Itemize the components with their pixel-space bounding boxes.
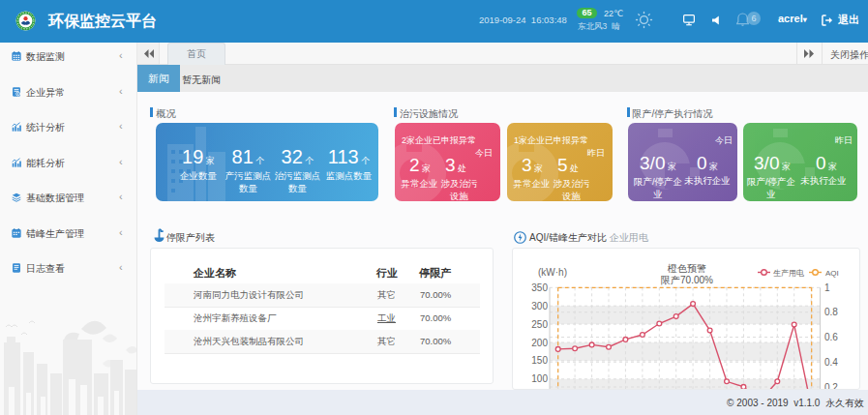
svg-text:150: 150 xyxy=(531,355,548,366)
svg-text:0.8: 0.8 xyxy=(824,307,838,317)
svg-text:0.6: 0.6 xyxy=(824,332,838,342)
svg-text:AQI: AQI xyxy=(825,269,839,278)
svg-text:1: 1 xyxy=(824,282,830,293)
svg-text:200: 200 xyxy=(531,338,548,348)
svg-text:橙色预警: 橙色预警 xyxy=(667,263,706,274)
svg-text:300: 300 xyxy=(531,301,548,311)
svg-text:100: 100 xyxy=(531,373,548,384)
svg-text:生产用电: 生产用电 xyxy=(773,269,804,278)
svg-text:0.2: 0.2 xyxy=(824,382,838,390)
svg-text:0.4: 0.4 xyxy=(824,357,838,368)
svg-text:(kW·h): (kW·h) xyxy=(538,267,567,278)
svg-text:350: 350 xyxy=(531,282,548,293)
svg-text:限产70.00%: 限产70.00% xyxy=(661,275,713,285)
svg-text:250: 250 xyxy=(531,319,548,330)
